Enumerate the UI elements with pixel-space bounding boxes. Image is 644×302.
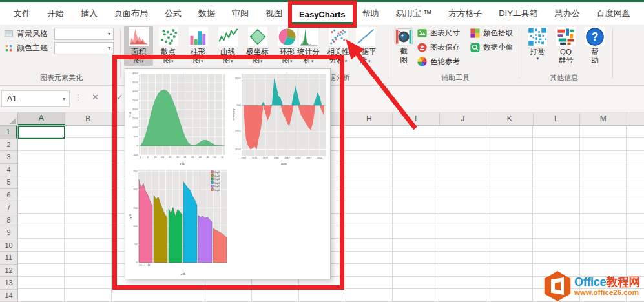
ribbon-button-data-smooth[interactable]: 数据平滑▾ (351, 26, 380, 66)
screenshot-button[interactable]: 截 图 (391, 26, 417, 65)
svg-text:?: ? (592, 30, 599, 43)
row-header-10[interactable]: 10 (0, 239, 17, 252)
column-chart-icon (189, 27, 208, 46)
color-theme-row: 颜色主题 (4, 42, 48, 54)
office-logo-icon (543, 271, 572, 301)
row-header-5[interactable]: 5 (0, 176, 17, 189)
qq-group-icon (556, 27, 576, 46)
ribbon-button-qq-group[interactable]: QQ群号 (552, 26, 580, 65)
ribbon-button-color-wheel[interactable]: 色轮参考 (417, 55, 460, 68)
help-icon: ? (585, 27, 605, 46)
menu-tab-5[interactable]: 数据 (190, 4, 223, 25)
column-header-B[interactable]: B (65, 112, 112, 125)
select-all-corner[interactable] (0, 112, 18, 126)
background-style-label: 背景风格 (17, 28, 48, 39)
row-header-12[interactable]: 12 (0, 265, 17, 277)
background-style-row: 背景风格 (4, 28, 48, 40)
group-label-info: 其他信息 (535, 73, 593, 83)
ribbon-button-chart-size[interactable]: 图表尺寸 (417, 26, 460, 39)
watermark-url: www.office26.com (574, 289, 640, 297)
office26-watermark: Office教程网 www.office26.com (543, 271, 644, 301)
menu-tab-12[interactable]: DIY工具箱 (490, 4, 546, 25)
ribbon-button-data-thief[interactable]: 数据小偷 (470, 41, 513, 54)
area-chart-icon (129, 27, 149, 46)
screenshot-camera-icon (394, 27, 413, 46)
group-label-tools: 辅助工具 (426, 73, 484, 83)
curve-chart-icon (218, 27, 238, 46)
menu-tab-7[interactable]: 视图 (257, 4, 291, 25)
cancel-icon[interactable]: ✕ (92, 92, 99, 102)
chart-save-icon (417, 42, 428, 53)
annotation-box-gallery (112, 55, 344, 290)
row-header-9[interactable]: 9 (0, 226, 17, 239)
color-pick-icon (470, 28, 481, 39)
menu-tab-1[interactable]: 开始 (39, 4, 72, 25)
menu-tab-4[interactable]: 公式 (156, 4, 190, 25)
stat-analysis-icon (299, 27, 318, 46)
column-header-K[interactable]: K (486, 112, 534, 125)
row-header-7[interactable]: 7 (0, 201, 17, 214)
menu-tab-9[interactable]: 帮助 (354, 4, 388, 25)
polar-chart-icon (248, 27, 267, 46)
column-header-L[interactable]: L (534, 112, 581, 125)
color-theme-label: 颜色主题 (17, 43, 48, 54)
menu-tab-2[interactable]: 插入 (72, 4, 106, 25)
background-style-select[interactable]: ▾ (54, 28, 114, 40)
menu-tab-3[interactable]: 页面布局 (106, 4, 156, 25)
column-header-N[interactable]: N (627, 112, 644, 125)
column-header-I[interactable]: I (393, 112, 440, 125)
group-divider (388, 28, 388, 79)
name-box[interactable]: A1 ▾ (1, 90, 70, 107)
excel-easycharts-window: 文件开始插入页面布局公式数据审阅视图EasyCharts帮助易用宝 ™方方格子D… (0, 0, 644, 302)
menu-tab-11[interactable]: 方方格子 (440, 4, 490, 25)
column-header-M[interactable]: M (580, 112, 627, 125)
name-box-caret-icon[interactable]: ▾ (63, 96, 65, 102)
ribbon-button-help[interactable]: ?帮助 (581, 26, 609, 65)
annotation-box-easycharts-tab (288, 1, 357, 28)
ribbon-button-color-pick[interactable]: 颜色拾取 (470, 26, 513, 39)
name-box-value: A1 (7, 94, 17, 103)
row-header-14[interactable]: 14 (0, 290, 17, 302)
color-theme-icon (4, 43, 14, 53)
row-header-6[interactable]: 6 (0, 189, 17, 202)
background-style-icon (4, 29, 14, 39)
ribbon-button-donate-qr[interactable]: 打赏▾ (523, 26, 552, 61)
group-divider (612, 28, 613, 79)
scatter-chart-icon (159, 27, 178, 46)
menu-tab-10[interactable]: 易用宝 ™ (388, 4, 441, 25)
group-divider (519, 28, 519, 79)
chart-size-icon (417, 28, 428, 39)
menu-tab-14[interactable]: 百度网盘 (588, 4, 639, 25)
row-headers: 1234567891011121314 (0, 126, 18, 302)
menu-tab-0[interactable]: 文件 (5, 4, 39, 25)
fill-handle[interactable] (63, 137, 66, 140)
row-header-11[interactable]: 11 (0, 252, 17, 265)
selected-cell-outline[interactable] (18, 126, 65, 139)
donate-qr-icon (528, 27, 547, 46)
row-header-13[interactable]: 13 (0, 277, 17, 290)
menu-tab-6[interactable]: 审阅 (223, 4, 257, 25)
correlation-icon (329, 27, 348, 46)
data-thief-icon (470, 42, 481, 53)
formula-bar-handle-icon: ⋮ (74, 92, 82, 102)
data-smooth-icon (356, 27, 375, 46)
color-theme-select[interactable]: ▾ (54, 42, 114, 54)
ribbon-button-chart-save[interactable]: 图表保存 (417, 41, 460, 54)
watermark-brand-cn: 教程网 (606, 276, 640, 288)
row-header-2[interactable]: 2 (0, 139, 17, 152)
chevron-down-icon: ▾ (537, 56, 539, 61)
row-header-1[interactable]: 1 (0, 126, 17, 139)
menu-tab-13[interactable]: 慧办公 (546, 4, 588, 25)
row-header-4[interactable]: 4 (0, 164, 17, 177)
color-wheel-icon (417, 56, 428, 67)
column-header-H[interactable]: H (346, 112, 393, 125)
row-header-3[interactable]: 3 (0, 151, 17, 164)
group-label-beautify: 图表元素美化 (19, 73, 103, 83)
column-header-A[interactable]: A (18, 112, 65, 125)
row-header-8[interactable]: 8 (0, 214, 17, 227)
watermark-brand-en: Office (574, 276, 606, 288)
column-header-J[interactable]: J (440, 112, 487, 125)
